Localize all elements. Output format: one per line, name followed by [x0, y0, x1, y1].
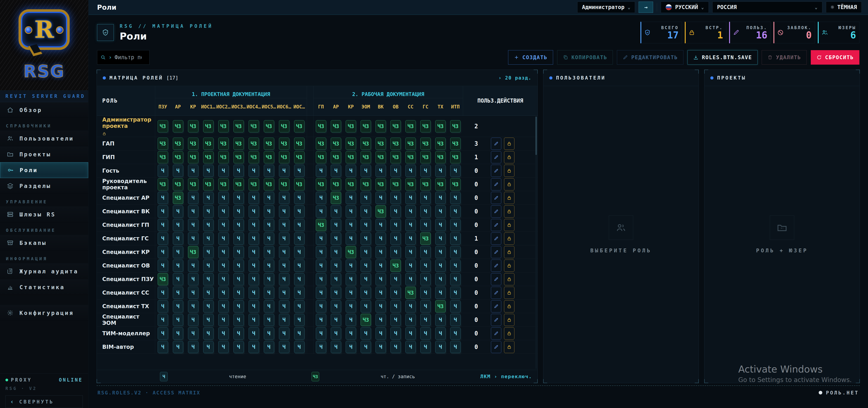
permission-badge-read[interactable]: Ч — [435, 273, 446, 285]
edit-role-button[interactable] — [491, 287, 501, 299]
permission-badge-read[interactable]: Ч — [234, 341, 244, 353]
lock-role-button[interactable] — [504, 233, 515, 245]
save-button[interactable]: ROLES.BTN.SAVE — [687, 50, 757, 65]
lock-role-button[interactable] — [504, 260, 515, 272]
permission-badge-read[interactable]: Ч — [188, 233, 198, 245]
permission-badge-read[interactable]: Ч — [375, 233, 386, 245]
permission-badge-read[interactable]: Ч — [249, 205, 259, 217]
permission-badge-read[interactable]: Ч — [435, 260, 446, 272]
permission-badge-read[interactable]: Ч — [294, 219, 305, 231]
permission-badge-read[interactable]: Ч — [361, 327, 371, 340]
permission-badge-readwrite[interactable]: ЧЗ — [420, 151, 431, 163]
permission-badge-read[interactable]: Ч — [203, 192, 214, 204]
permission-badge-read[interactable]: Ч — [279, 260, 289, 272]
permission-badge-read[interactable]: Ч — [405, 165, 416, 177]
permission-badge-readwrite[interactable]: ЧЗ — [234, 151, 244, 163]
permission-badge-read[interactable]: Ч — [450, 287, 461, 299]
permission-badge-read[interactable]: Ч — [173, 165, 183, 177]
permission-badge-readwrite[interactable]: ЧЗ — [294, 178, 305, 191]
permission-badge-read[interactable]: Ч — [203, 341, 214, 353]
permission-badge-read[interactable]: Ч — [420, 300, 431, 312]
permission-badge-read[interactable]: Ч — [316, 273, 326, 285]
permission-badge-read[interactable]: Ч — [158, 260, 168, 272]
permission-badge-read[interactable]: Ч — [279, 273, 289, 285]
permission-badge-read[interactable]: Ч — [234, 205, 244, 217]
permission-badge-readwrite[interactable]: ЧЗ — [279, 120, 289, 132]
permission-badge-readwrite[interactable]: ЧЗ — [158, 178, 168, 191]
permission-badge-read[interactable]: Ч — [346, 273, 356, 285]
permission-badge-read[interactable]: Ч — [264, 205, 274, 217]
permission-badge-readwrite[interactable]: ЧЗ — [234, 138, 244, 150]
region-dropdown[interactable]: РОССИЯ ⌄ — [712, 2, 822, 13]
permission-badge-read[interactable]: Ч — [188, 341, 198, 353]
permission-badge-read[interactable]: Ч — [346, 205, 356, 217]
permission-badge-read[interactable]: Ч — [234, 327, 244, 340]
filter-search-box[interactable]: › — [97, 50, 150, 65]
permission-badge-readwrite[interactable]: ЧЗ — [249, 138, 259, 150]
permission-badge-read[interactable]: Ч — [346, 314, 356, 326]
permission-badge-read[interactable]: Ч — [391, 219, 401, 231]
permission-badge-read[interactable]: Ч — [405, 192, 416, 204]
permission-badge-read[interactable]: Ч — [264, 260, 274, 272]
permission-badge-readwrite[interactable]: ЧЗ — [331, 178, 341, 191]
permission-badge-readwrite[interactable]: ЧЗ — [346, 120, 356, 132]
permission-badge-readwrite[interactable]: ЧЗ — [391, 138, 401, 150]
permission-badge-read[interactable]: Ч — [435, 246, 446, 258]
permission-badge-readwrite[interactable]: ЧЗ — [375, 205, 386, 217]
matrix-scrollbar[interactable] — [535, 116, 537, 369]
permission-badge-read[interactable]: Ч — [316, 165, 326, 177]
permission-badge-readwrite[interactable]: ЧЗ — [218, 178, 229, 191]
permission-badge-read[interactable]: Ч — [234, 287, 244, 299]
permission-badge-read[interactable]: Ч — [361, 205, 371, 217]
permission-badge-readwrite[interactable]: ЧЗ — [420, 120, 431, 132]
lock-role-button[interactable] — [504, 287, 515, 299]
sidebar-item-overview[interactable]: Обзор — [0, 102, 88, 118]
permission-badge-read[interactable]: Ч — [234, 273, 244, 285]
permission-badge-read[interactable]: Ч — [331, 246, 341, 258]
permission-badge-readwrite[interactable]: ЧЗ — [361, 120, 371, 132]
permission-badge-readwrite[interactable]: ЧЗ — [331, 120, 341, 132]
permission-badge-read[interactable]: Ч — [450, 233, 461, 245]
permission-badge-readwrite[interactable]: ЧЗ — [361, 314, 371, 326]
permission-badge-readwrite[interactable]: ЧЗ — [331, 138, 341, 150]
permission-badge-read[interactable]: Ч — [158, 327, 168, 340]
permission-badge-readwrite[interactable]: ЧЗ — [249, 151, 259, 163]
permission-badge-read[interactable]: Ч — [249, 314, 259, 326]
permission-badge-read[interactable]: Ч — [391, 327, 401, 340]
permission-badge-read[interactable]: Ч — [188, 192, 198, 204]
permission-badge-readwrite[interactable]: ЧЗ — [249, 178, 259, 191]
permission-badge-read[interactable]: Ч — [435, 314, 446, 326]
permission-badge-read[interactable]: Ч — [405, 260, 416, 272]
lock-role-button[interactable] — [504, 219, 515, 231]
permission-badge-read[interactable]: Ч — [218, 192, 229, 204]
permission-badge-read[interactable]: Ч — [420, 205, 431, 217]
permission-badge-readwrite[interactable]: ЧЗ — [375, 120, 386, 132]
permission-badge-read[interactable]: Ч — [391, 287, 401, 299]
permission-badge-read[interactable]: Ч — [158, 165, 168, 177]
permission-badge-read[interactable]: Ч — [450, 192, 461, 204]
permission-badge-readwrite[interactable]: ЧЗ — [375, 151, 386, 163]
permission-badge-readwrite[interactable]: ЧЗ — [173, 192, 183, 204]
permission-badge-read[interactable]: Ч — [375, 341, 386, 353]
permission-badge-read[interactable]: Ч — [450, 273, 461, 285]
permission-badge-readwrite[interactable]: ЧЗ — [188, 246, 198, 258]
permission-badge-read[interactable]: Ч — [375, 314, 386, 326]
permission-badge-read[interactable]: Ч — [405, 300, 416, 312]
permission-badge-read[interactable]: Ч — [249, 300, 259, 312]
permission-badge-read[interactable]: Ч — [279, 192, 289, 204]
edit-role-button[interactable] — [491, 246, 501, 258]
permission-badge-read[interactable]: Ч — [331, 327, 341, 340]
permission-badge-read[interactable]: Ч — [450, 165, 461, 177]
permission-badge-read[interactable]: Ч — [203, 314, 214, 326]
permission-badge-read[interactable]: Ч — [361, 192, 371, 204]
permission-badge-read[interactable]: Ч — [294, 341, 305, 353]
permission-badge-read[interactable]: Ч — [279, 246, 289, 258]
permission-badge-readwrite[interactable]: ЧЗ — [391, 151, 401, 163]
permission-badge-read[interactable]: Ч — [218, 260, 229, 272]
permission-badge-readwrite[interactable]: ЧЗ — [218, 120, 229, 132]
permission-badge-read[interactable]: Ч — [279, 205, 289, 217]
permission-badge-readwrite[interactable]: ЧЗ — [188, 151, 198, 163]
permission-badge-read[interactable]: Ч — [420, 287, 431, 299]
theme-toggle-button[interactable]: ☼ ТЁМНАЯ — [826, 2, 862, 13]
permission-badge-read[interactable]: Ч — [405, 205, 416, 217]
